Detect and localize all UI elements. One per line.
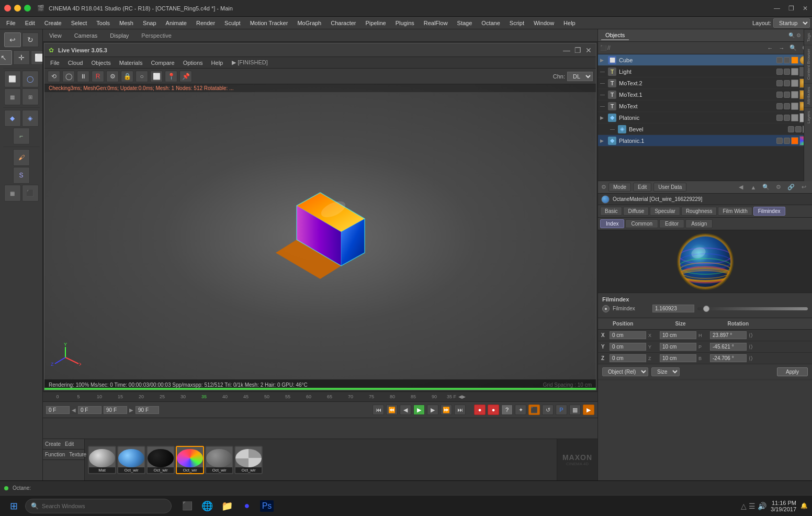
mat-tab-basic[interactable]: Basic — [600, 207, 622, 216]
obj-cube-color[interactable] — [791, 57, 798, 64]
psr-size-x[interactable] — [660, 331, 696, 339]
cube-object-button[interactable]: ⬜ — [4, 71, 21, 87]
menu-select[interactable]: Select — [67, 19, 92, 27]
obj-motext2-color[interactable] — [791, 80, 798, 87]
transport-play[interactable]: ▶ — [413, 405, 425, 415]
floor2-button[interactable]: ⬛ — [22, 185, 39, 201]
filmindex-value-input[interactable] — [652, 305, 694, 312]
transport-prev-key[interactable]: ⏪ — [386, 405, 398, 415]
vert-tab-attributes[interactable]: Attributes — [804, 83, 812, 108]
move-tool-button[interactable]: ✛ — [13, 50, 30, 65]
obj-motext2-check1[interactable] — [776, 80, 783, 86]
psr-size-z[interactable] — [660, 354, 696, 362]
obj-platonic-color[interactable] — [791, 114, 798, 121]
attr-restore[interactable]: ↩ — [798, 183, 809, 192]
psr-pos-y[interactable] — [610, 343, 646, 351]
obj-cube-check2[interactable] — [784, 57, 790, 63]
snap-keys-button[interactable]: ✦ — [515, 405, 526, 415]
sphere-object-button[interactable]: ◯ — [22, 71, 39, 87]
windows-start-button[interactable]: ⊞ — [4, 497, 23, 515]
object-row-light[interactable]: — T Light — [598, 66, 812, 77]
obj-motext2-check2[interactable] — [784, 80, 790, 86]
object-row-platonic[interactable]: ▶ ◆ Platonic — [598, 112, 812, 124]
checker-button[interactable]: ▦ — [4, 88, 21, 105]
record-active-button[interactable]: ▶ — [583, 405, 594, 415]
menu-snap[interactable]: Snap — [139, 19, 161, 27]
menu-character[interactable]: Character — [326, 19, 360, 27]
transport-goto-end[interactable]: ⏭ — [454, 405, 466, 415]
lv-menu-help[interactable]: Help — [208, 59, 227, 66]
transport-goto-start[interactable]: ⏮ — [373, 405, 384, 415]
search-bar[interactable]: 🔍 — [25, 499, 172, 513]
tab-cameras[interactable]: Cameras — [70, 31, 102, 40]
obj-motext1-check1[interactable] — [776, 92, 783, 98]
filmindex-slider[interactable] — [697, 307, 808, 310]
menu-pipeline[interactable]: Pipeline — [362, 19, 390, 27]
menu-mograph[interactable]: MoGraph — [293, 19, 325, 27]
obj-motext-check1[interactable] — [776, 103, 783, 109]
record-button-1[interactable]: ● — [474, 405, 486, 415]
obj-motext-color[interactable] — [791, 103, 798, 110]
obj-bevel-check2[interactable] — [795, 126, 802, 132]
lv-preview-button[interactable]: ○ — [136, 71, 148, 82]
obj-platonic1-check1[interactable] — [776, 138, 783, 144]
lv-lock-button[interactable]: 🔒 — [121, 71, 133, 82]
viewport-canvas[interactable]: Checking3ms; MeshGen:0ms; Update:0.0ms; … — [44, 84, 596, 390]
psr-rot-p[interactable] — [710, 343, 747, 351]
lathe-button[interactable]: ◈ — [22, 110, 39, 127]
lv-record-button[interactable]: R — [92, 71, 104, 82]
vert-tab-tags[interactable]: Tags — [804, 29, 812, 45]
attr-tab-userdata[interactable]: User Data — [653, 183, 686, 192]
lv-menu-file[interactable]: File — [47, 59, 63, 66]
material-oct3-selected[interactable]: Oct_wir — [176, 446, 204, 474]
title-minimize-icon[interactable]: — — [774, 5, 780, 12]
select-tool-button[interactable]: ↖ — [0, 50, 12, 65]
grid-button[interactable]: ⊞ — [22, 88, 39, 105]
obj-motext1-color[interactable] — [791, 91, 798, 98]
taskbar-app4[interactable]: ● — [238, 497, 256, 515]
lv-pause-button[interactable]: ⏸ — [77, 71, 89, 82]
create-label[interactable]: Create — [45, 441, 61, 447]
attr-settings[interactable]: ⚙ — [773, 183, 784, 192]
object-row-cube[interactable]: ▶ ⬜ Cube — [598, 54, 812, 66]
psr-pos-x[interactable] — [610, 331, 646, 339]
menu-realflow[interactable]: RealFlow — [420, 19, 452, 27]
menu-sculpt[interactable]: Sculpt — [220, 19, 245, 27]
layout-dropdown[interactable]: Startup — [773, 18, 810, 28]
mat-tab-diffuse[interactable]: Diffuse — [623, 207, 649, 216]
help-button[interactable]: ? — [501, 405, 513, 415]
edit-label[interactable]: Edit — [65, 441, 74, 447]
vert-tab-layers[interactable]: Layers — [804, 107, 812, 127]
paint-button[interactable]: 🖌 — [13, 149, 30, 166]
menu-animate[interactable]: Animate — [162, 19, 191, 27]
lv-pin2-button[interactable]: 📌 — [179, 71, 192, 82]
redo-button[interactable]: ↻ — [22, 32, 39, 47]
menu-render[interactable]: Render — [192, 19, 219, 27]
frame-end2-input[interactable] — [136, 406, 159, 414]
lv-menu-compare[interactable]: Compare — [147, 59, 178, 66]
taskbar-chrome[interactable]: 🌐 — [198, 497, 217, 515]
attr-tab-mode[interactable]: Mode — [608, 183, 631, 192]
floor-button[interactable]: ▦ — [4, 185, 21, 201]
attr-search[interactable]: 🔍 — [761, 183, 771, 192]
obj-bevel-check1[interactable] — [788, 126, 794, 132]
obj-platonic1-color[interactable] — [791, 137, 798, 144]
lv-pin-button[interactable]: 📍 — [165, 71, 177, 82]
psr-pos-z[interactable] — [610, 354, 646, 362]
function-label[interactable]: Function — [45, 452, 65, 457]
menu-file[interactable]: File — [2, 19, 20, 27]
mat-tab-specular[interactable]: Specular — [650, 207, 680, 216]
title-maximize-icon[interactable]: ❐ — [788, 5, 794, 12]
obj-light-color[interactable] — [791, 68, 798, 75]
taskbar-explorer[interactable]: 📁 — [218, 497, 236, 515]
object-row-motext[interactable]: — T MoText — [598, 100, 812, 112]
obj-cube-check1[interactable] — [776, 57, 783, 63]
keyframe-button[interactable]: ⬛ — [528, 405, 540, 415]
attr-tab-edit[interactable]: Edit — [633, 183, 651, 192]
menu-window[interactable]: Window — [529, 19, 558, 27]
taskbar-photoshop[interactable]: Ps — [257, 497, 276, 515]
material-oct2[interactable]: Oct_wir — [146, 446, 175, 474]
menu-edit[interactable]: Edit — [21, 19, 39, 27]
object-row-motext1[interactable]: — T MoText.1 — [598, 89, 812, 100]
attr-link[interactable]: 🔗 — [786, 183, 796, 192]
